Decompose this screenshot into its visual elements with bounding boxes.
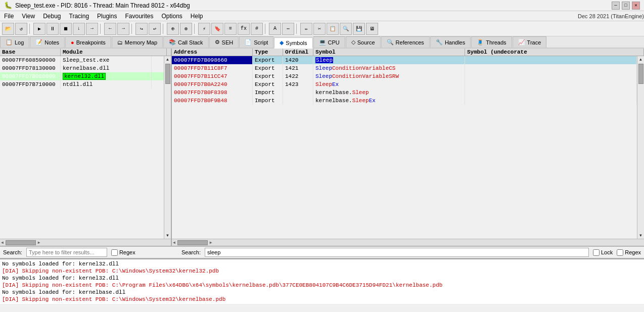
tab-seh[interactable]: ⚙ SEH	[209, 36, 239, 48]
toolbar: 📂 ↺ ▶ ⏸ ⏹ ↓ → ← → ↪ ↩ ⊕ ⊗ ⚡ 🔖 ≡ fx # A ⋯…	[0, 21, 644, 36]
toolbar-restart[interactable]: ↺	[15, 23, 27, 35]
close-button[interactable]: ✕	[632, 2, 640, 10]
tab-source[interactable]: ◇ Source	[346, 36, 381, 48]
table-row[interactable]: 00007FF608590000 Sleep_test.exe	[0, 56, 164, 64]
col-header-symbol-undec: Symbol (undecorate	[465, 49, 644, 56]
hscroll-thumb[interactable]	[6, 240, 36, 245]
regex-left-checkbox[interactable]	[111, 249, 118, 256]
cell-symbol-undec	[465, 64, 637, 72]
table-row[interactable]: 00007FFD7B098660 Export 1420 Sleep	[172, 56, 637, 64]
toolbar-sep2	[100, 24, 102, 34]
toolbar-forward[interactable]: →	[117, 23, 129, 35]
toolbar-sep7	[296, 24, 298, 34]
scroll-thumb[interactable]	[638, 64, 643, 84]
toolbar-b2[interactable]: ⊗	[180, 23, 192, 35]
toolbar-b5[interactable]: ≡	[224, 23, 237, 35]
table-row[interactable]: 00007FFD78130000 kernelbase.dll	[0, 64, 164, 72]
search-left-label: Search:	[3, 249, 22, 255]
table-row[interactable]: 00007FFD7B11CC47 Export 1422 SleepCondit…	[172, 72, 637, 80]
toolbar-b1[interactable]: ⊕	[167, 23, 179, 35]
left-panel: Base Module 00007FF608590000 Sleep_test.…	[0, 49, 172, 246]
maximize-button[interactable]: □	[622, 2, 630, 10]
cell-address: 00007FFD7B098660	[172, 56, 253, 64]
table-row[interactable]: 00007FFD7B080000 kernel32.dll	[0, 72, 164, 80]
tab-breakpoints[interactable]: ● Breakpoints	[65, 36, 111, 48]
menu-file[interactable]: File	[0, 12, 18, 21]
menu-options[interactable]: Options	[157, 12, 186, 21]
table-row[interactable]: 00007FFD7B0A2240 Export 1423 SleepEx	[172, 80, 637, 88]
right-panel-hscroll[interactable]: ◀ ▶	[172, 239, 644, 246]
toolbar-run-til-return[interactable]: ↩	[149, 23, 161, 35]
toolbar-b12[interactable]: 📋	[327, 23, 339, 35]
toolbar-b3[interactable]: ⚡	[198, 23, 210, 35]
scroll-right-arrow[interactable]: ▶	[209, 240, 213, 245]
cell-type: Import	[253, 97, 283, 105]
scroll-right-arrow[interactable]: ▶	[37, 240, 41, 245]
tab-call-stack[interactable]: 📚 Call Stack	[163, 36, 209, 48]
scroll-left-arrow[interactable]: ◀	[172, 240, 176, 245]
tab-log[interactable]: 📋 Log	[0, 36, 29, 48]
tab-notes[interactable]: 📝 Notes	[30, 36, 65, 48]
tab-script[interactable]: 📄 Script	[239, 36, 273, 48]
toolbar-b11[interactable]: ✂	[313, 23, 326, 35]
toolbar-b9[interactable]: ⋯	[282, 23, 294, 35]
tab-breakpoints-icon: ●	[71, 39, 74, 46]
table-row[interactable]: 00007FFD7B11C8F7 Export 1421 SleepCondit…	[172, 64, 637, 72]
menu-view[interactable]: View	[18, 12, 39, 21]
toolbar-run-til-user[interactable]: ↪	[135, 23, 148, 35]
toolbar-run[interactable]: ▶	[33, 23, 45, 35]
tab-call-stack-label: Call Stack	[178, 39, 203, 46]
scroll-left-arrow[interactable]: ◀	[0, 240, 5, 245]
menu-debug[interactable]: Debug	[39, 12, 65, 21]
cell-ordinal	[283, 97, 313, 105]
tab-cpu[interactable]: 💻 CPU	[313, 36, 345, 48]
scroll-up-arrow[interactable]: ▲	[638, 56, 643, 63]
right-panel-scrollbar[interactable]: ▲ ▼	[637, 56, 644, 239]
scroll-up-arrow[interactable]: ▲	[165, 56, 170, 63]
lock-checkbox[interactable]	[593, 249, 600, 256]
tab-symbols[interactable]: ◆ Symbols	[274, 37, 312, 49]
toolbar-b8[interactable]: A	[269, 23, 281, 35]
toolbar-b4[interactable]: 🔖	[211, 23, 223, 35]
toolbar-step-over[interactable]: →	[86, 23, 98, 35]
left-panel-scrollbar[interactable]: ▲ ▼	[164, 56, 171, 239]
toolbar-b14[interactable]: 💾	[353, 23, 365, 35]
toolbar-b15[interactable]: 🖥	[366, 23, 378, 35]
toolbar-b10[interactable]: ✏	[300, 23, 312, 35]
right-panel-rows: 00007FFD7B098660 Export 1420 Sleep 00007…	[172, 56, 637, 239]
menu-plugins[interactable]: Plugins	[93, 12, 121, 21]
log-area[interactable]: No symbols loaded for: kernel32.dll [DIA…	[0, 258, 644, 304]
tab-threads[interactable]: 🧵 Threads	[471, 36, 512, 48]
search-right-input[interactable]	[205, 248, 589, 257]
tab-memory-map[interactable]: 🗂 Memory Map	[112, 36, 163, 48]
menu-help[interactable]: Help	[187, 12, 207, 21]
toolbar-b7[interactable]: #	[251, 23, 263, 35]
search-left-input[interactable]	[26, 248, 107, 257]
toolbar-back[interactable]: ←	[104, 23, 116, 35]
tab-references[interactable]: 🔍 References	[381, 36, 430, 48]
cell-ordinal: 1423	[283, 80, 313, 88]
table-row[interactable]: 00007FFD7B0F9B48 Import kernelbase.Sleep…	[172, 97, 637, 105]
toolbar-open[interactable]: 📂	[2, 23, 14, 35]
regex-right-checkbox[interactable]	[617, 249, 623, 256]
tab-handles[interactable]: 🔧 Handles	[430, 36, 471, 48]
tab-threads-icon: 🧵	[477, 39, 484, 46]
scroll-thumb[interactable]	[165, 64, 170, 84]
menu-favourites[interactable]: Favourites	[121, 12, 157, 21]
hscroll-thumb[interactable]	[177, 240, 208, 245]
tab-trace[interactable]: 📈 Trace	[513, 36, 547, 48]
scroll-down-arrow[interactable]: ▼	[638, 232, 643, 239]
menu-tracing[interactable]: Tracing	[65, 12, 94, 21]
scroll-down-arrow[interactable]: ▼	[165, 232, 170, 239]
toolbar-b13[interactable]: 🔍	[340, 23, 352, 35]
toolbar-step-into[interactable]: ↓	[73, 23, 85, 35]
minimize-button[interactable]: ─	[612, 2, 620, 10]
toolbar-stop[interactable]: ⏹	[60, 23, 72, 35]
toolbar-pause[interactable]: ⏸	[47, 23, 59, 35]
left-panel-hscroll[interactable]: ◀ ▶	[0, 239, 171, 246]
tab-notes-icon: 📝	[35, 39, 42, 46]
toolbar-b6[interactable]: fx	[238, 23, 250, 35]
tab-references-icon: 🔍	[387, 39, 394, 46]
table-row[interactable]: 00007FFD7B0F8398 Import kernelbase.Sleep	[172, 88, 637, 97]
table-row[interactable]: 00007FFD7B710000 ntdll.dll	[0, 80, 164, 88]
